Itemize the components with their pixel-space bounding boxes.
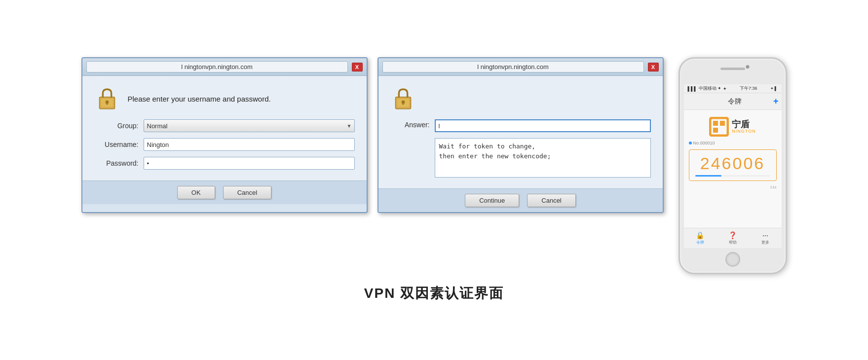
phone-power-button xyxy=(786,108,787,128)
lock-icon-2 xyxy=(390,86,416,111)
dialog1-url: l ningtonvpn.nington.com xyxy=(86,61,348,72)
token-dot-icon xyxy=(689,142,692,144)
phone-status-bar: ▌▌▌ 中国移动 ✦ ✦ 下午7:36 ✦ ▌ xyxy=(684,84,782,93)
password-label: Password: xyxy=(94,159,139,167)
svg-rect-7 xyxy=(402,102,404,105)
dialog2-close-button[interactable]: X xyxy=(648,63,659,72)
dialog2-cancel-button[interactable]: Cancel xyxy=(527,194,575,207)
token-progress-fill xyxy=(695,175,721,177)
phone-bottom-nav: 🔒 令牌 ❓ 帮助 ··· 更多 xyxy=(684,228,782,248)
password-input[interactable] xyxy=(144,157,355,170)
phone-carrier: ▌▌▌ 中国移动 ✦ ✦ xyxy=(688,85,727,92)
group-label: Group: xyxy=(94,122,139,130)
vpn-token-dialog: l ningtonvpn.nington.com X xyxy=(377,57,664,213)
wait-message-text: Wait for token to change, then enter the… xyxy=(435,138,651,178)
phone-time: 下午7:36 xyxy=(740,85,757,92)
password-row: Password: xyxy=(94,157,355,170)
dialog2-footer: Continue Cancel xyxy=(378,188,663,212)
answer-row: Answer: xyxy=(390,119,651,132)
token-code-value: 246006 xyxy=(695,154,770,173)
token-time-label: 11s xyxy=(689,185,777,189)
dialog1-titlebar: l ningtonvpn.nington.com X xyxy=(82,58,367,76)
phone-home-button[interactable] xyxy=(725,252,740,267)
token-progress-bar xyxy=(695,175,770,177)
phone-add-token-button[interactable]: + xyxy=(773,96,779,107)
vpn-login-dialog: l ningtonvpn.nington.com X Please e xyxy=(81,57,368,213)
svg-rect-11 xyxy=(713,128,718,133)
nington-logo-text: 宁盾 NINGTON xyxy=(732,120,755,134)
continue-button[interactable]: Continue xyxy=(465,194,519,207)
phone-camera xyxy=(746,65,749,69)
dialog1-close-button[interactable]: X xyxy=(352,63,363,72)
nington-logo: 宁盾 NINGTON xyxy=(709,117,755,137)
dialog1-prompt: Please enter your username and password. xyxy=(128,95,271,103)
ok-button[interactable]: OK xyxy=(177,186,215,199)
group-row: Group: Normal ▼ xyxy=(94,119,355,132)
page-caption: VPN 双因素认证界面 xyxy=(81,284,787,303)
phone-app-title: 令牌 xyxy=(728,97,742,106)
phone-mockup: ▌▌▌ 中国移动 ✦ ✦ 下午7:36 ✦ ▌ 令牌 + xyxy=(679,57,787,274)
phone-screen: ▌▌▌ 中国移动 ✦ ✦ 下午7:36 ✦ ▌ 令牌 + xyxy=(684,84,782,248)
username-input[interactable] xyxy=(144,138,355,151)
phone-nav-token[interactable]: 🔒 令牌 xyxy=(696,231,704,245)
nington-english-name: NINGTON xyxy=(732,129,755,134)
dialog1-cancel-button[interactable]: Cancel xyxy=(223,186,271,199)
token-nav-icon: 🔒 xyxy=(696,231,704,239)
answer-input[interactable] xyxy=(435,119,651,132)
token-number-label: No.000010 xyxy=(689,141,777,145)
phone-app-content: 宁盾 NINGTON No.000010 246006 xyxy=(684,110,782,228)
phone-nav-help[interactable]: ❓ 帮助 xyxy=(728,231,737,245)
group-select[interactable]: Normal xyxy=(144,119,355,132)
more-nav-icon: ··· xyxy=(762,231,768,239)
nington-logo-icon xyxy=(709,117,729,137)
lock-icon xyxy=(94,86,120,111)
phone-speaker xyxy=(720,68,745,70)
wait-message-row: Wait for token to change, then enter the… xyxy=(390,138,651,178)
phone-nav-titlebar: 令牌 + xyxy=(684,93,782,110)
dialog1-footer: OK Cancel xyxy=(82,180,367,204)
dialog2-url: l ningtonvpn.nington.com xyxy=(382,61,644,72)
nington-chinese-name: 宁盾 xyxy=(732,120,750,129)
dialog2-titlebar: l ningtonvpn.nington.com X xyxy=(378,58,663,76)
svg-rect-3 xyxy=(106,102,108,105)
wait-spacer xyxy=(390,138,430,140)
answer-label: Answer: xyxy=(390,119,430,129)
phone-battery: ✦ ▌ xyxy=(770,86,778,91)
phone-nav-more[interactable]: ··· 更多 xyxy=(761,231,769,245)
help-nav-icon: ❓ xyxy=(728,231,737,239)
wifi-icon: ✦ xyxy=(723,86,727,91)
username-label: Username: xyxy=(94,141,139,148)
phone-volume-down-button xyxy=(679,117,679,131)
phone-volume-up-button xyxy=(679,98,679,112)
username-row: Username: xyxy=(94,138,355,151)
token-code-box: 246006 xyxy=(689,149,777,181)
signal-icon: ▌▌▌ xyxy=(688,86,697,91)
